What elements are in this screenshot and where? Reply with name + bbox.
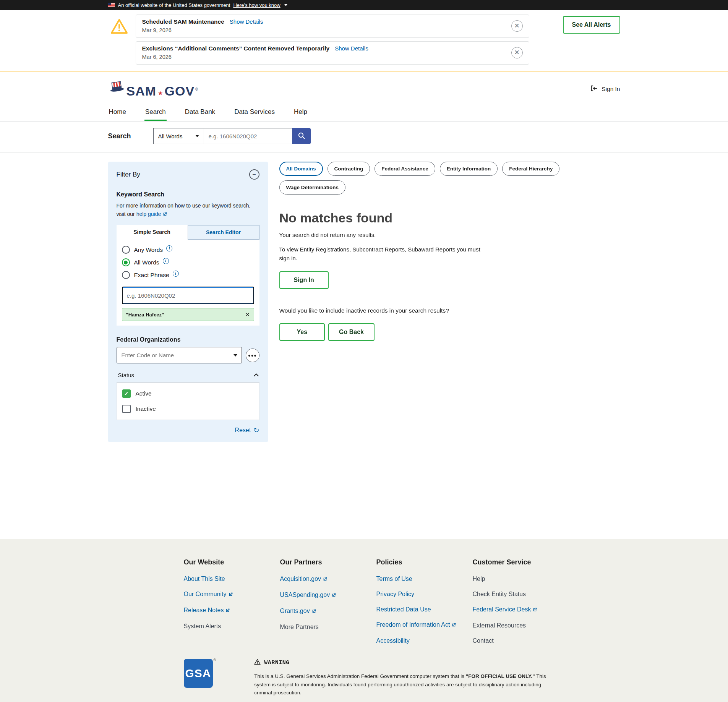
tab-search-editor[interactable]: Search Editor bbox=[188, 225, 259, 240]
alert-scheduled-maintenance: Scheduled SAM Maintenance Show Details M… bbox=[136, 15, 529, 38]
ellipsis-icon: ●●● bbox=[248, 353, 257, 358]
footer-link-check-entity-status[interactable]: Check Entity Status bbox=[473, 591, 569, 598]
remove-tag-icon[interactable]: ✕ bbox=[245, 311, 250, 318]
federal-organizations-heading: Federal Organizations bbox=[117, 336, 259, 343]
warning-title: WARNING bbox=[264, 660, 290, 666]
nav-help[interactable]: Help bbox=[293, 103, 308, 121]
checkbox-checked-icon[interactable]: ✓ bbox=[122, 389, 131, 398]
external-link-icon bbox=[228, 592, 233, 598]
status-section-toggle[interactable]: Status bbox=[117, 372, 259, 383]
footer-link-release-notes[interactable]: Release Notes bbox=[184, 607, 280, 614]
nav-data-bank[interactable]: Data Bank bbox=[184, 103, 216, 121]
chevron-down-icon bbox=[233, 354, 237, 357]
footer-link-system-alerts[interactable]: System Alerts bbox=[184, 623, 280, 630]
status-option-active[interactable]: ✓ Active bbox=[117, 386, 259, 401]
footer-link-label: Freedom of Information Act bbox=[376, 621, 450, 628]
radio-exact-phrase[interactable] bbox=[122, 271, 130, 279]
footer-link-contact[interactable]: Contact bbox=[473, 637, 569, 644]
pill-federal-assistance[interactable]: Federal Assistance bbox=[375, 162, 435, 176]
radio-all-words[interactable] bbox=[122, 258, 130, 266]
info-icon[interactable]: i bbox=[173, 271, 179, 277]
close-alert-button[interactable]: ✕ bbox=[511, 47, 523, 58]
status-option-inactive[interactable]: Inactive bbox=[117, 401, 259, 417]
tab-simple-search[interactable]: Simple Search bbox=[117, 225, 188, 240]
how-you-know-link[interactable]: Here’s how you know bbox=[233, 2, 280, 8]
see-all-alerts-button[interactable]: See All Alerts bbox=[563, 16, 620, 34]
radio-any-words-label: Any Words bbox=[134, 246, 163, 253]
footer-link-external-resources[interactable]: External Resources bbox=[473, 622, 569, 629]
footer-link-grants-gov[interactable]: Grants.gov bbox=[280, 608, 376, 615]
main-content: Filter By − Keyword Search For more info… bbox=[108, 152, 620, 539]
keyword-tag-label: "Hamza Hafeez" bbox=[126, 312, 164, 318]
pill-wage-determinations[interactable]: Wage Determinations bbox=[279, 180, 346, 195]
red-star-icon: ★ bbox=[158, 90, 163, 97]
pill-entity-information[interactable]: Entity Information bbox=[440, 162, 498, 176]
alert-title: Exclusions “Additional Comments” Content… bbox=[142, 45, 330, 52]
nav-data-services[interactable]: Data Services bbox=[233, 103, 276, 121]
global-search-input[interactable] bbox=[204, 128, 292, 144]
pill-federal-hierarchy[interactable]: Federal Hierarchy bbox=[502, 162, 559, 176]
footer-link-terms-of-use[interactable]: Terms of Use bbox=[376, 576, 473, 582]
footer-col-our-website: Our Website About This Site Our Communit… bbox=[184, 558, 280, 653]
footer-link-label: Acquisition.gov bbox=[280, 576, 321, 582]
radio-any-words[interactable] bbox=[122, 246, 130, 254]
keyword-search-heading: Keyword Search bbox=[117, 191, 259, 198]
footer-link-accessibility[interactable]: Accessibility bbox=[376, 637, 473, 644]
sign-in-icon bbox=[590, 84, 598, 94]
footer-link-more-partners[interactable]: More Partners bbox=[280, 624, 376, 631]
federal-org-combobox[interactable] bbox=[117, 347, 242, 363]
no-matches-title: No matches found bbox=[279, 211, 620, 225]
footer-link-our-community[interactable]: Our Community bbox=[184, 591, 280, 598]
keyword-search-tabs: Simple Search Search Editor bbox=[117, 225, 259, 240]
go-back-button[interactable]: Go Back bbox=[328, 323, 375, 341]
main-nav: Home Search Data Bank Data Services Help bbox=[0, 103, 728, 122]
close-icon: ✕ bbox=[514, 23, 519, 29]
collapse-filters-button[interactable]: − bbox=[249, 169, 259, 180]
external-link-icon bbox=[532, 607, 537, 614]
external-link-icon bbox=[451, 622, 456, 629]
active-label: Active bbox=[136, 390, 152, 397]
footer-link-usaspending-gov[interactable]: USASpending.gov bbox=[280, 592, 376, 599]
search-mode-select[interactable]: All Words bbox=[153, 128, 204, 144]
nav-search[interactable]: Search bbox=[144, 103, 167, 121]
footer-link-acquisition-gov[interactable]: Acquisition.gov bbox=[280, 576, 376, 583]
magnifier-icon bbox=[297, 131, 306, 141]
pill-contracting[interactable]: Contracting bbox=[328, 162, 370, 176]
help-guide-link[interactable]: help guide bbox=[136, 211, 168, 217]
keyword-search-input[interactable] bbox=[122, 287, 254, 304]
footer-col-policies: Policies Terms of Use Privacy Policy Res… bbox=[376, 558, 473, 653]
registered-mark: ® bbox=[195, 87, 198, 91]
keyword-tag: "Hamza Hafeez" ✕ bbox=[122, 308, 254, 321]
info-icon[interactable]: i bbox=[163, 258, 169, 264]
footer-link-about-this-site[interactable]: About This Site bbox=[184, 576, 280, 582]
chevron-down-icon bbox=[284, 4, 287, 6]
refresh-icon[interactable]: ↻ bbox=[253, 427, 259, 434]
nav-home[interactable]: Home bbox=[108, 103, 127, 121]
results-sign-in-button[interactable]: Sign In bbox=[279, 271, 329, 289]
uncle-sam-hat-icon bbox=[108, 81, 126, 97]
yes-button[interactable]: Yes bbox=[279, 323, 325, 341]
footer-link-privacy-policy[interactable]: Privacy Policy bbox=[376, 591, 473, 598]
search-submit-button[interactable] bbox=[292, 128, 311, 144]
show-details-link[interactable]: Show Details bbox=[335, 45, 368, 52]
sam-gov-logo[interactable]: SAM ★ GOV ® bbox=[108, 81, 198, 97]
footer-col-customer-service: Customer Service Help Check Entity Statu… bbox=[473, 558, 569, 653]
footer-link-label: Release Notes bbox=[184, 607, 224, 613]
footer-link-help[interactable]: Help bbox=[473, 576, 569, 582]
pill-all-domains[interactable]: All Domains bbox=[279, 162, 323, 176]
sign-in-note: To view Entity Registrations, Subcontrac… bbox=[279, 245, 488, 263]
header-sign-in-link[interactable]: Sign In bbox=[590, 84, 620, 94]
close-alert-button[interactable]: ✕ bbox=[511, 20, 523, 32]
alert-title: Scheduled SAM Maintenance bbox=[142, 18, 224, 25]
alert-exclusions: Exclusions “Additional Comments” Content… bbox=[136, 41, 529, 65]
federal-org-input[interactable] bbox=[117, 347, 242, 363]
show-details-link[interactable]: Show Details bbox=[230, 18, 263, 25]
checkbox-unchecked-icon[interactable] bbox=[122, 405, 131, 413]
footer-link-federal-service-desk[interactable]: Federal Service Desk bbox=[473, 606, 569, 614]
reset-filters-link[interactable]: Reset bbox=[235, 427, 251, 434]
info-icon[interactable]: i bbox=[166, 245, 172, 251]
footer-link-restricted-data-use[interactable]: Restricted Data Use bbox=[376, 606, 473, 613]
more-options-button[interactable]: ●●● bbox=[246, 349, 259, 362]
external-link-icon bbox=[331, 592, 336, 599]
footer-link-foia[interactable]: Freedom of Information Act bbox=[376, 621, 473, 629]
